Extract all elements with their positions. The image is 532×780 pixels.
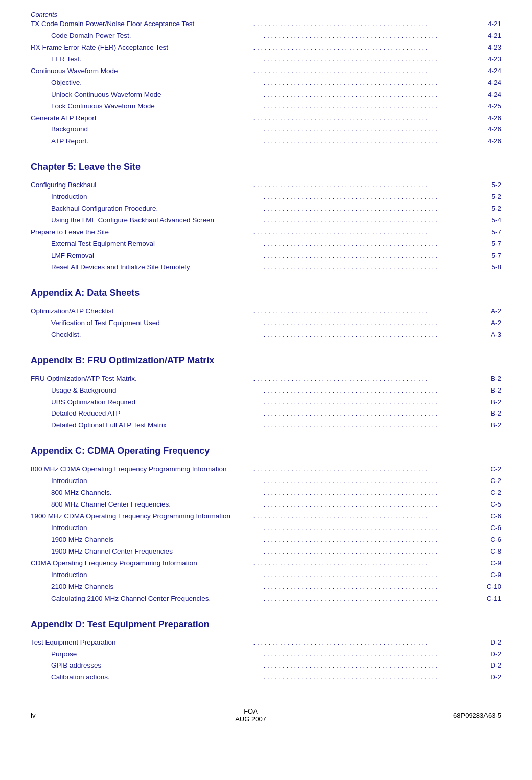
toc-page: 5-7 bbox=[476, 226, 501, 238]
toc-entry: Code Domain Power Test. . . . . . . . . … bbox=[31, 30, 501, 42]
toc-page: 4-24 bbox=[476, 89, 501, 101]
toc-dots: . . . . . . . . . . . . . . . . . . . . … bbox=[264, 593, 474, 605]
toc-entry-text: Unlock Continuous Waveform Mode bbox=[51, 89, 262, 101]
toc-dots: . . . . . . . . . . . . . . . . . . . . … bbox=[264, 499, 474, 511]
toc-entry-text: 800 MHz CDMA Operating Frequency Program… bbox=[31, 464, 251, 475]
toc-page: 4-21 bbox=[476, 30, 501, 42]
toc-entry-text: Introduction bbox=[51, 569, 262, 581]
toc-entry-text: ATP Report. bbox=[51, 135, 262, 147]
toc-entry-text: Detailed Optional Full ATP Test Matrix bbox=[51, 420, 262, 431]
toc-entry: Lock Continuous Waveform Mode . . . . . … bbox=[31, 101, 501, 112]
toc-page: B-2 bbox=[476, 397, 501, 408]
toc-entry: Introduction . . . . . . . . . . . . . .… bbox=[31, 475, 501, 487]
toc-entry-text: Detailed Reduced ATP bbox=[51, 408, 262, 420]
toc-page: D-2 bbox=[476, 649, 501, 660]
toc-entry: Backhaul Configuration Procedure. . . . … bbox=[31, 203, 501, 215]
toc-dots: . . . . . . . . . . . . . . . . . . . . … bbox=[264, 660, 474, 672]
toc-section: Appendix A: Data SheetsOptimization/ATP … bbox=[31, 288, 501, 341]
toc-entry-text: Generate ATP Report bbox=[31, 112, 251, 124]
chapter-heading: Chapter 5: Leave the Site bbox=[31, 162, 501, 172]
toc-dots: . . . . . . . . . . . . . . . . . . . . … bbox=[264, 534, 474, 546]
toc-entry: Purpose . . . . . . . . . . . . . . . . … bbox=[31, 649, 501, 660]
toc-entry: 800 MHz Channel Center Frequencies. . . … bbox=[31, 499, 501, 511]
toc-page: C-10 bbox=[476, 581, 501, 593]
toc-entry-text: Backhaul Configuration Procedure. bbox=[51, 203, 262, 215]
appendix-heading: Appendix A: Data Sheets bbox=[31, 288, 501, 299]
toc-entry-text: Verification of Test Equipment Used bbox=[51, 317, 262, 329]
toc-dots: . . . . . . . . . . . . . . . . . . . . … bbox=[253, 179, 474, 191]
toc-entry-text: 800 MHz Channel Center Frequencies. bbox=[51, 499, 262, 511]
toc-entry: Continuous Waveform Mode . . . . . . . .… bbox=[31, 65, 501, 77]
toc-page: C-2 bbox=[476, 464, 501, 475]
toc-entry-text: Calculating 2100 MHz Channel Center Freq… bbox=[51, 593, 262, 605]
toc-dots: . . . . . . . . . . . . . . . . . . . . … bbox=[264, 317, 474, 329]
toc-entry-text: GPIB addresses bbox=[51, 660, 262, 672]
toc-dots: . . . . . . . . . . . . . . . . . . . . … bbox=[264, 522, 474, 534]
toc-entry-text: LMF Removal bbox=[51, 250, 262, 262]
toc-section: Appendix C: CDMA Operating Frequency800 … bbox=[31, 446, 501, 604]
toc-entry-text: 1900 MHz Channels bbox=[51, 534, 262, 546]
toc-entry-text: Reset All Devices and Initialize Site Re… bbox=[51, 262, 262, 273]
toc-entry: CDMA Operating Frequency Programming Inf… bbox=[31, 558, 501, 569]
toc-page: C-2 bbox=[476, 475, 501, 487]
toc-page: C-9 bbox=[476, 558, 501, 569]
toc-entry-text: 2100 MHz Channels bbox=[51, 581, 262, 593]
toc-page: 4-26 bbox=[476, 112, 501, 124]
toc-entry-text: Configuring Backhaul bbox=[31, 179, 251, 191]
toc-entry: Calibration actions. . . . . . . . . . .… bbox=[31, 672, 501, 683]
toc-dots: . . . . . . . . . . . . . . . . . . . . … bbox=[264, 569, 474, 581]
toc-dots: . . . . . . . . . . . . . . . . . . . . … bbox=[253, 464, 474, 475]
toc-entry-text: UBS Optimization Required bbox=[51, 397, 262, 408]
toc-entry: LMF Removal . . . . . . . . . . . . . . … bbox=[31, 250, 501, 262]
toc-page: C-11 bbox=[476, 593, 501, 605]
toc-dots: . . . . . . . . . . . . . . . . . . . . … bbox=[264, 397, 474, 408]
toc-section: Appendix B: FRU Optimization/ATP MatrixF… bbox=[31, 355, 501, 432]
toc-entry-text: FRU Optimization/ATP Test Matrix. bbox=[31, 373, 251, 385]
appendix-heading: Appendix B: FRU Optimization/ATP Matrix bbox=[31, 355, 501, 366]
page-footer: iv FOA AUG 2007 68P09283A63-5 bbox=[31, 704, 501, 723]
toc-dots: . . . . . . . . . . . . . . . . . . . . … bbox=[253, 558, 474, 569]
toc-page: B-2 bbox=[476, 373, 501, 385]
toc-dots: . . . . . . . . . . . . . . . . . . . . … bbox=[253, 18, 474, 30]
toc-entry: 1900 MHz Channels . . . . . . . . . . . … bbox=[31, 534, 501, 546]
toc-entry-text: FER Test. bbox=[51, 54, 262, 65]
toc-entry: Usage & Background . . . . . . . . . . .… bbox=[31, 385, 501, 397]
toc-entry-text: Usage & Background bbox=[51, 385, 262, 397]
toc-entry-text: TX Code Domain Power/Noise Floor Accepta… bbox=[31, 18, 251, 30]
toc-entry-text: 1900 MHz Channel Center Frequencies bbox=[51, 546, 262, 558]
toc-entry: Generate ATP Report . . . . . . . . . . … bbox=[31, 112, 501, 124]
toc-dots: . . . . . . . . . . . . . . . . . . . . … bbox=[264, 385, 474, 397]
toc-entry-text: 800 MHz Channels. bbox=[51, 487, 262, 499]
toc-dots: . . . . . . . . . . . . . . . . . . . . … bbox=[264, 649, 474, 660]
toc-entry-text: Lock Continuous Waveform Mode bbox=[51, 101, 262, 112]
toc-entry: ATP Report. . . . . . . . . . . . . . . … bbox=[31, 135, 501, 147]
toc-page: 4-23 bbox=[476, 42, 501, 54]
toc-entry-text: Introduction bbox=[51, 475, 262, 487]
toc-entry: 1900 MHz CDMA Operating Frequency Progra… bbox=[31, 511, 501, 522]
toc-entry-text: Objective. bbox=[51, 77, 262, 89]
toc-page: C-9 bbox=[476, 569, 501, 581]
toc-entry: Reset All Devices and Initialize Site Re… bbox=[31, 262, 501, 273]
toc-entry: Using the LMF Configure Backhaul Advance… bbox=[31, 215, 501, 226]
toc-entry: Background . . . . . . . . . . . . . . .… bbox=[31, 124, 501, 135]
toc-page: B-2 bbox=[476, 385, 501, 397]
page-header: Contents bbox=[31, 10, 501, 18]
toc-page: 5-7 bbox=[476, 250, 501, 262]
toc-page: 4-26 bbox=[476, 135, 501, 147]
toc-page: C-6 bbox=[476, 534, 501, 546]
toc-entry: Detailed Optional Full ATP Test Matrix .… bbox=[31, 420, 501, 431]
toc-entry: 2100 MHz Channels . . . . . . . . . . . … bbox=[31, 581, 501, 593]
toc-entry-text: External Test Equipment Removal bbox=[51, 238, 262, 250]
toc-entry-text: Code Domain Power Test. bbox=[51, 30, 262, 42]
toc-entry: TX Code Domain Power/Noise Floor Accepta… bbox=[31, 18, 501, 30]
toc-dots: . . . . . . . . . . . . . . . . . . . . … bbox=[253, 373, 474, 385]
toc-entry: Introduction . . . . . . . . . . . . . .… bbox=[31, 569, 501, 581]
toc-page: 5-8 bbox=[476, 262, 501, 273]
toc-page: 5-7 bbox=[476, 238, 501, 250]
toc-page: B-2 bbox=[476, 408, 501, 420]
toc-page: A-3 bbox=[476, 329, 501, 341]
toc-page: 5-2 bbox=[476, 191, 501, 203]
toc-entry: Calculating 2100 MHz Channel Center Freq… bbox=[31, 593, 501, 605]
toc-section: Appendix D: Test Equipment PreparationTe… bbox=[31, 619, 501, 684]
toc-entry: 800 MHz Channels. . . . . . . . . . . . … bbox=[31, 487, 501, 499]
